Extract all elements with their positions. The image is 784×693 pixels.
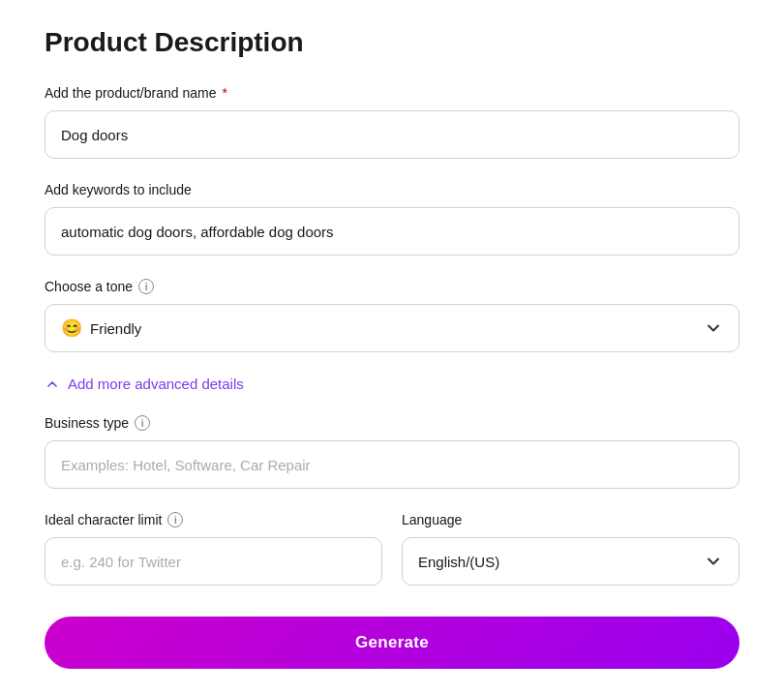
tone-info-icon[interactable]: i [138,279,154,294]
business-type-section: Business type i [45,415,739,489]
language-chevron-down-icon [704,552,723,571]
business-type-input[interactable] [45,440,739,489]
character-limit-section: Ideal character limit i [45,512,382,586]
required-indicator: * [222,85,226,101]
tone-select-wrapper: 😊 Friendly [45,304,739,352]
product-name-label-text: Add the product/brand name [45,85,216,101]
bottom-row: Ideal character limit i Language English… [45,512,739,586]
character-limit-info-icon[interactable]: i [167,512,183,527]
character-limit-input[interactable] [45,537,382,586]
character-limit-label-text: Ideal character limit [45,512,162,527]
language-section: Language English/(US) [402,512,739,586]
advanced-toggle[interactable]: Add more advanced details [45,376,739,392]
page-title: Product Description [45,27,739,58]
keywords-label: Add keywords to include [45,182,739,197]
business-type-label: Business type i [45,415,739,431]
advanced-chevron-up-icon [45,377,60,392]
generate-button[interactable]: Generate [45,617,739,669]
tone-label-text: Choose a tone [45,279,133,294]
product-name-input[interactable] [45,110,739,159]
tone-chevron-down-icon [704,318,723,338]
language-label: Language [402,512,739,527]
business-type-info-icon[interactable]: i [135,415,150,431]
language-label-text: Language [402,512,462,527]
tone-emoji: 😊 [61,317,82,339]
keywords-label-text: Add keywords to include [45,182,192,197]
keywords-input[interactable] [45,207,739,256]
character-limit-label: Ideal character limit i [45,512,382,527]
business-type-label-text: Business type [45,415,129,431]
language-select[interactable]: English/(US) [402,537,739,586]
advanced-toggle-label: Add more advanced details [68,376,244,392]
product-name-section: Add the product/brand name * [45,85,739,159]
language-select-wrapper: English/(US) [402,537,739,586]
tone-select[interactable]: 😊 Friendly [45,304,739,352]
tone-value: Friendly [90,320,704,337]
tone-label: Choose a tone i [45,279,739,294]
keywords-section: Add keywords to include [45,182,739,256]
language-value: English/(US) [418,554,704,570]
product-name-label: Add the product/brand name * [45,85,739,101]
tone-section: Choose a tone i 😊 Friendly [45,279,739,352]
